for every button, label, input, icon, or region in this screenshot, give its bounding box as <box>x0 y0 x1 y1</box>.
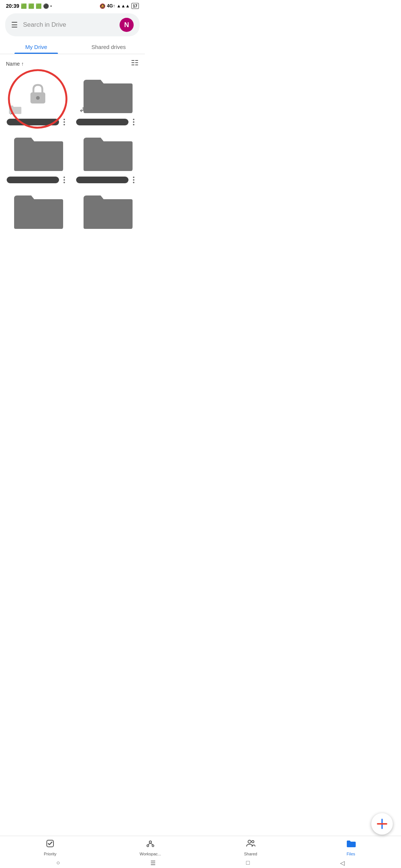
files-grid: ↗ ↲ <box>0 72 145 236</box>
svg-rect-4 <box>131 65 134 65</box>
folder-wrapper-3 <box>6 132 69 173</box>
avatar[interactable]: N <box>120 18 134 32</box>
file-name-blob-2 <box>76 119 128 125</box>
svg-point-9 <box>36 96 40 100</box>
file-info-3 <box>6 175 69 184</box>
sort-label[interactable]: Name ↑ <box>6 61 24 67</box>
file-name-blob-1 <box>7 119 59 125</box>
file-item-2[interactable]: ↲ <box>72 72 142 129</box>
app-icon-2: 🟩 <box>28 3 34 9</box>
svg-rect-3 <box>135 62 138 63</box>
more-options-3[interactable] <box>60 175 69 184</box>
search-bar[interactable]: ☰ Search in Drive N <box>5 13 140 36</box>
list-view-icon[interactable] <box>131 59 139 69</box>
status-left: 20:39 🟩 🟩 🟩 ⚫ • <box>6 3 52 9</box>
file-info-4 <box>75 175 139 184</box>
sort-arrow: ↑ <box>21 61 24 67</box>
file-name-blob-3 <box>7 177 59 183</box>
status-right: 🔕 4G↑ ▲▲▲ 17 <box>100 3 139 9</box>
tab-shared-drives[interactable]: Shared drives <box>72 39 145 54</box>
file-item-5[interactable] <box>3 187 72 236</box>
folder-icon-4 <box>81 132 133 173</box>
hamburger-icon[interactable]: ☰ <box>11 20 18 29</box>
small-folder-icon: ↗ <box>8 104 22 115</box>
app-icon-3: 🟩 <box>36 3 42 9</box>
folder-wrapper-6 <box>75 190 139 231</box>
tabs-container: My Drive Shared drives <box>0 39 145 54</box>
search-placeholder[interactable]: Search in Drive <box>23 21 114 29</box>
locked-folder-area: ↗ <box>6 75 69 115</box>
file-item-locked[interactable]: ↗ <box>3 72 72 129</box>
svg-rect-5 <box>135 65 138 65</box>
lock-icon <box>25 82 51 108</box>
folder-icon-2 <box>81 75 133 115</box>
time: 20:39 <box>6 3 19 9</box>
file-item-4[interactable] <box>72 129 142 187</box>
folder-wrapper-2: ↲ <box>75 75 139 115</box>
tab-my-drive[interactable]: My Drive <box>0 39 72 54</box>
shortcut-arrow-icon: ↲ <box>79 106 85 114</box>
file-item-3[interactable] <box>3 129 72 187</box>
svg-rect-2 <box>131 62 134 63</box>
wifi-icon: ▲▲▲ <box>117 3 130 9</box>
app-icon-4: ⚫ <box>43 3 49 9</box>
more-options-4[interactable] <box>129 175 138 184</box>
svg-rect-1 <box>135 60 138 61</box>
folder-icon-5 <box>12 190 64 231</box>
more-options-2[interactable] <box>129 118 138 126</box>
status-bar: 20:39 🟩 🟩 🟩 ⚫ • 🔕 4G↑ ▲▲▲ 17 <box>0 0 145 10</box>
app-icon-1: 🟩 <box>21 3 27 9</box>
folder-icon-3 <box>12 132 64 173</box>
dot-icon: • <box>50 4 52 8</box>
file-info-1 <box>6 118 69 126</box>
file-item-6[interactable] <box>72 187 142 236</box>
svg-text:↗: ↗ <box>9 112 13 115</box>
sort-bar: Name ↑ <box>0 54 145 72</box>
svg-rect-0 <box>131 60 134 61</box>
folder-wrapper-4 <box>75 132 139 173</box>
folder-wrapper-5 <box>6 190 69 231</box>
battery-icon: 17 <box>131 3 139 9</box>
more-options-1[interactable] <box>60 118 69 126</box>
signal-icon: 4G↑ <box>107 3 115 9</box>
file-info-2 <box>75 118 139 126</box>
file-name-blob-4 <box>76 177 128 183</box>
bell-icon: 🔕 <box>100 3 105 9</box>
folder-icon-6 <box>81 190 133 231</box>
